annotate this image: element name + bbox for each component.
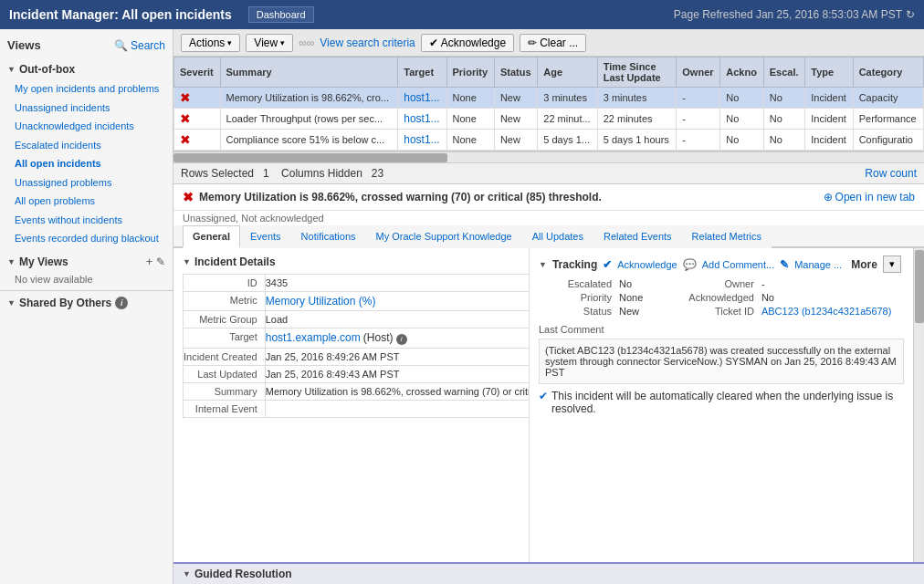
tab-oracle-knowledge[interactable]: My Oracle Support Knowledge [366,225,522,248]
tracking-grid: Escalated No Owner - Priority None Ackno… [539,278,904,317]
sidebar-item-events-blackout[interactable]: Events recorded during blackout [0,229,173,248]
cell-status: New [494,109,537,130]
target-link[interactable]: host1.example.com [266,331,361,344]
more-dropdown-button[interactable]: ▾ [883,256,901,273]
detail-row-summary: Summary Memory Utilization is 98.662%, c… [184,382,530,400]
table-row[interactable]: ✖ Loader Throughput (rows per sec... hos… [174,109,924,130]
col-acknowledged[interactable]: Ackno [720,57,763,88]
col-time-since[interactable]: Time SinceLast Update [597,57,677,88]
tracking-header: ▼ Tracking ✔ Acknowledge 💬 Add Comment..… [539,256,904,273]
internal-event-label: Internal Event [184,400,266,417]
target-link-cell[interactable]: host1... [404,133,439,146]
edit-view-button[interactable]: ✎ [156,256,165,268]
tab-general[interactable]: General [183,225,240,248]
sidebar-item-all-open[interactable]: All open incidents [0,154,173,173]
rows-selected-label: Rows Selected [181,167,254,180]
view-search-criteria-button[interactable]: View search criteria [320,36,415,49]
col-severity[interactable]: Severit [174,57,221,88]
last-comment-label: Last Comment [539,324,604,335]
add-view-button[interactable]: + [146,256,152,268]
target-label: Target [184,328,266,349]
check-small-icon: ✔ [603,258,612,271]
incidents-table-container: Severit Summary Target Priority Status A… [173,57,924,151]
search-button[interactable]: 🔍 Search [114,39,165,52]
cell-escalated: No [763,88,805,109]
external-link-icon: ⊕ [824,191,833,203]
sidebar-item-unassigned-incidents[interactable]: Unassigned incidents [0,99,173,118]
col-summary[interactable]: Summary [220,57,398,88]
table-row[interactable]: ✖ Compliance score 51% is below c... hos… [174,130,924,151]
tab-all-updates[interactable]: All Updates [522,225,593,248]
acknowledged-label: Acknowledged [663,292,754,303]
search-icon: 🔍 [114,39,128,52]
detail-row-metric: Metric Memory Utilization (%) [184,292,530,311]
id-label: ID [184,275,266,292]
target-link-cell[interactable]: host1... [404,112,439,125]
escalated-value: No [619,278,656,289]
cell-owner: - [677,130,720,151]
info-icon[interactable]: i [115,297,128,309]
target-link-cell[interactable]: host1... [404,91,439,104]
sidebar-item-events-without[interactable]: Events without incidents [0,211,173,230]
col-target[interactable]: Target [398,57,446,88]
sidebar-item-unacknowledged[interactable]: Unacknowledged incidents [0,117,173,136]
actions-button[interactable]: Actions ▾ [181,34,240,52]
cell-severity: ✖ [174,109,221,130]
acknowledged-value: No [761,292,904,303]
sidebar-item-all-open-problems[interactable]: All open problems [0,192,173,211]
dashboard-button[interactable]: Dashboard [248,6,314,23]
row-count-link[interactable]: Row count [865,167,917,180]
col-age[interactable]: Age [538,57,597,88]
sidebar-item-unassigned-problems[interactable]: Unassigned problems [0,173,173,193]
metric-group-value: Load [265,311,530,328]
col-type[interactable]: Type [805,57,853,88]
incidents-table: Severit Summary Target Priority Status A… [173,57,924,151]
refresh-icon[interactable]: ↻ [906,8,915,21]
incident-details-header[interactable]: ▼ Incident Details [183,256,520,268]
detail-row-last-updated: Last Updated Jan 25, 2016 8:49:43 AM PST [184,365,530,382]
view-button[interactable]: View ▾ [246,34,293,52]
col-status[interactable]: Status [494,57,537,88]
sidebar-item-my-open[interactable]: My open incidents and problems [0,79,173,99]
tab-events[interactable]: Events [240,225,291,248]
horizontal-scrollbar[interactable] [173,151,924,162]
no-view-text: No view available [0,272,173,287]
manage-link[interactable]: Manage ... [794,259,842,270]
cell-type: Incident [805,109,853,130]
scroll-thumb[interactable] [173,153,447,162]
sidebar-item-escalated[interactable]: Escalated incidents [0,136,173,155]
cell-time-since: 3 minutes [597,88,677,109]
vertical-scrollbar[interactable] [913,248,924,562]
incident-details-title: Incident Details [194,256,276,268]
cell-summary: Compliance score 51% is below c... [220,130,398,151]
acknowledge-button[interactable]: ✔ Acknowledge [421,34,514,52]
open-in-new-tab-link[interactable]: ⊕ Open in new tab [824,191,915,203]
owner-value: - [761,278,904,289]
ticket-id-link[interactable]: ABC123 (b1234c4321a5678) [761,306,904,317]
toolbar: Actions ▾ View ▾ ∞∞ View search criteria… [173,29,924,57]
out-of-box-header[interactable]: ▼ Out-of-box [0,59,173,79]
detail-row-id: ID 3435 [184,275,530,292]
acknowledge-link[interactable]: Acknowledge [617,259,677,270]
tab-related-events[interactable]: Related Events [593,225,682,248]
views-title: Views [7,38,41,52]
last-comment-text: (Ticket ABC123 (b1234c4321a5678) was cre… [539,339,904,384]
metric-link[interactable]: Memory Utilization (%) [266,295,376,308]
shared-by-others-header[interactable]: ▼ Shared By Others i [0,290,173,315]
cell-age: 5 days 1... [538,130,597,151]
add-comment-link[interactable]: Add Comment... [702,259,774,270]
col-owner[interactable]: Owner [677,57,720,88]
table-row[interactable]: ✖ Memory Utilization is 98.662%, cro... … [174,88,924,109]
cell-escalated: No [763,130,805,151]
check-icon: ✔ [429,36,438,49]
guided-resolution-section[interactable]: ▼ Guided Resolution [173,562,924,584]
scroll-thumb-vertical[interactable] [915,250,924,323]
target-info-icon[interactable]: i [396,334,407,345]
detail-body: ▼ Incident Details ID 3435 Metric Memory… [173,248,924,562]
col-priority[interactable]: Priority [446,57,494,88]
tab-notifications[interactable]: Notifications [291,225,366,248]
tab-related-metrics[interactable]: Related Metrics [682,225,772,248]
col-escalated[interactable]: Escal. [763,57,805,88]
col-category[interactable]: Category [853,57,923,88]
clear-button[interactable]: ✏ Clear ... [520,34,586,52]
